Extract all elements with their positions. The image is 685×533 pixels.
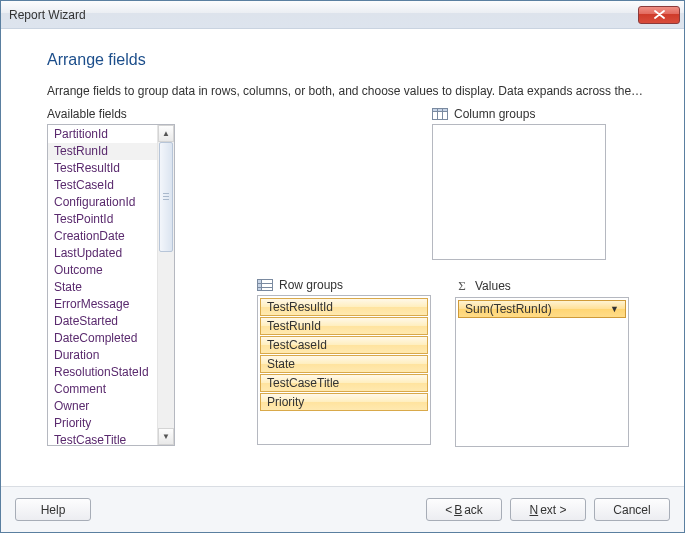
drop-zones: Column groups bbox=[257, 107, 656, 447]
available-fields-box: PartitionIdTestRunIdTestResultIdTestCase… bbox=[47, 124, 175, 446]
page-heading: Arrange fields bbox=[47, 51, 656, 69]
available-field-item[interactable]: Owner bbox=[48, 398, 157, 415]
sigma-icon: Σ bbox=[455, 278, 469, 294]
scroll-thumb[interactable] bbox=[159, 142, 173, 252]
available-field-item[interactable]: LastUpdated bbox=[48, 245, 157, 262]
window-title: Report Wizard bbox=[9, 8, 638, 22]
row-groups-label-text: Row groups bbox=[279, 278, 343, 292]
row-groups-label: Row groups bbox=[257, 278, 431, 292]
cancel-button[interactable]: Cancel bbox=[594, 498, 670, 521]
row-group-item[interactable]: TestCaseId bbox=[260, 336, 428, 354]
row-group-item[interactable]: TestCaseTitle bbox=[260, 374, 428, 392]
field-zones: Available fields PartitionIdTestRunIdTes… bbox=[47, 107, 656, 447]
column-groups-row: Column groups bbox=[257, 107, 656, 260]
titlebar: Report Wizard bbox=[1, 1, 684, 29]
available-field-item[interactable]: Outcome bbox=[48, 262, 157, 279]
available-field-item[interactable]: TestPointId bbox=[48, 211, 157, 228]
svg-rect-5 bbox=[258, 280, 262, 291]
values-label-text: Values bbox=[475, 279, 511, 293]
scroll-track[interactable] bbox=[158, 142, 174, 428]
row-groups-list: TestResultIdTestRunIdTestCaseIdStateTest… bbox=[258, 296, 430, 413]
available-field-item[interactable]: Duration bbox=[48, 347, 157, 364]
scroll-up-button[interactable]: ▲ bbox=[158, 125, 174, 142]
available-field-item[interactable]: Priority bbox=[48, 415, 157, 432]
values-list: Sum(TestRunId)▼ bbox=[456, 298, 628, 320]
close-button[interactable] bbox=[638, 6, 680, 24]
value-item[interactable]: Sum(TestRunId)▼ bbox=[458, 300, 626, 318]
available-fields-label-text: Available fields bbox=[47, 107, 127, 121]
wizard-body: Arrange fields Arrange fields to group d… bbox=[1, 29, 684, 486]
row-groups-section: Row groups TestResultIdTestRunIdTestCase… bbox=[257, 278, 431, 447]
column-groups-section: Column groups bbox=[432, 107, 606, 260]
available-field-item[interactable]: Comment bbox=[48, 381, 157, 398]
available-field-item[interactable]: TestCaseId bbox=[48, 177, 157, 194]
values-dropzone[interactable]: Sum(TestRunId)▼ bbox=[455, 297, 629, 447]
row-and-values: Row groups TestResultIdTestRunIdTestCase… bbox=[257, 278, 656, 447]
available-field-item[interactable]: TestRunId bbox=[48, 143, 157, 160]
available-field-item[interactable]: State bbox=[48, 279, 157, 296]
available-field-item[interactable]: PartitionId bbox=[48, 126, 157, 143]
row-groups-dropzone[interactable]: TestResultIdTestRunIdTestCaseIdStateTest… bbox=[257, 295, 431, 445]
help-button[interactable]: Help bbox=[15, 498, 91, 521]
values-section: Σ Values Sum(TestRunId)▼ bbox=[455, 278, 629, 447]
row-group-item[interactable]: TestResultId bbox=[260, 298, 428, 316]
row-group-item[interactable]: State bbox=[260, 355, 428, 373]
column-groups-dropzone[interactable] bbox=[432, 124, 606, 260]
column-groups-label: Column groups bbox=[432, 107, 606, 121]
available-fields-label: Available fields bbox=[47, 107, 217, 121]
next-button[interactable]: Next > bbox=[510, 498, 586, 521]
column-groups-label-text: Column groups bbox=[454, 107, 535, 121]
available-fields-scrollbar[interactable]: ▲ ▼ bbox=[157, 125, 174, 445]
available-fields-section: Available fields PartitionIdTestRunIdTes… bbox=[47, 107, 217, 447]
available-field-item[interactable]: CreationDate bbox=[48, 228, 157, 245]
page-description: Arrange fields to group data in rows, co… bbox=[47, 83, 645, 99]
available-field-item[interactable]: DateCompleted bbox=[48, 330, 157, 347]
svg-rect-1 bbox=[433, 109, 448, 112]
row-groups-icon bbox=[257, 279, 273, 291]
values-label: Σ Values bbox=[455, 278, 629, 294]
report-wizard-window: Report Wizard Arrange fields Arrange fie… bbox=[0, 0, 685, 533]
available-field-item[interactable]: DateStarted bbox=[48, 313, 157, 330]
available-field-item[interactable]: ErrorMessage bbox=[48, 296, 157, 313]
close-icon bbox=[654, 10, 665, 19]
available-field-item[interactable]: TestCaseTitle bbox=[48, 432, 157, 445]
available-fields-list[interactable]: PartitionIdTestRunIdTestResultIdTestCase… bbox=[48, 125, 157, 445]
row-group-item[interactable]: Priority bbox=[260, 393, 428, 411]
dropdown-arrow-icon[interactable]: ▼ bbox=[610, 304, 619, 314]
available-field-item[interactable]: ConfigurationId bbox=[48, 194, 157, 211]
row-group-item[interactable]: TestRunId bbox=[260, 317, 428, 335]
available-field-item[interactable]: ResolutionStateId bbox=[48, 364, 157, 381]
wizard-footer: Help < Back Next > Cancel bbox=[1, 486, 684, 532]
scroll-down-button[interactable]: ▼ bbox=[158, 428, 174, 445]
back-button[interactable]: < Back bbox=[426, 498, 502, 521]
available-field-item[interactable]: TestResultId bbox=[48, 160, 157, 177]
column-groups-icon bbox=[432, 108, 448, 120]
